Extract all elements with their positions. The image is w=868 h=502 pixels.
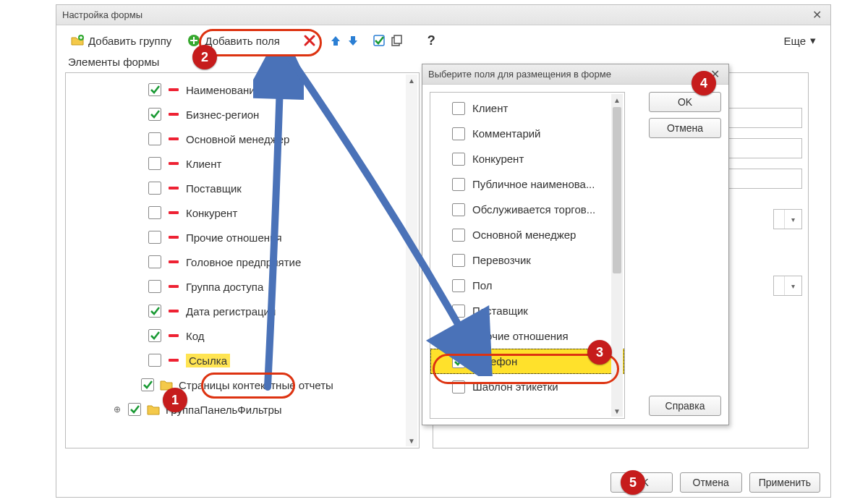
tree-item-label: Конкурент [186, 207, 237, 219]
annotation-badge: 4 [692, 71, 716, 95]
expand-icon[interactable]: ⊕ [112, 404, 122, 414]
preview-dropdown[interactable]: ▾ [773, 209, 802, 229]
tree-item-label: Группа доступа [186, 281, 263, 293]
checkbox[interactable] [148, 83, 161, 96]
popup-ok-button[interactable]: OK [649, 92, 721, 112]
chevron-down-icon: ▾ [784, 276, 801, 295]
annotation-badge: 2 [192, 45, 217, 69]
scroll-down-icon[interactable]: ▼ [406, 435, 417, 446]
check-all-icon[interactable] [373, 34, 386, 47]
tree-item-label: Ссылка [186, 354, 230, 367]
remove-icon[interactable] [169, 260, 179, 263]
scroll-down-icon[interactable]: ▼ [611, 405, 623, 417]
checkbox[interactable] [148, 132, 161, 145]
checkbox[interactable] [148, 231, 161, 244]
move-up-icon[interactable] [329, 34, 342, 47]
checkbox[interactable] [148, 108, 161, 121]
dialog-title: Настройка формы [62, 9, 142, 20]
annotation-badge: 3 [587, 340, 612, 365]
annotation-oval [199, 29, 322, 56]
remove-icon[interactable] [169, 162, 179, 165]
remove-icon[interactable] [169, 113, 179, 116]
tree-item-label: Код [186, 330, 205, 342]
remove-icon[interactable] [169, 359, 179, 362]
chevron-down-icon: ▾ [784, 210, 801, 229]
checkbox[interactable] [148, 280, 161, 293]
chevron-down-icon: ▾ [810, 34, 816, 47]
svg-rect-4 [394, 35, 401, 43]
popup-cancel-button[interactable]: Отмена [649, 118, 721, 138]
remove-icon[interactable] [169, 236, 179, 239]
annotation-arrow [286, 51, 503, 376]
apply-button[interactable]: Применить [749, 472, 820, 493]
remove-icon[interactable] [169, 137, 179, 140]
annotation-badge: 1 [163, 388, 187, 412]
checkbox[interactable] [148, 157, 161, 170]
tree-item-label: Бизнес-регион [186, 109, 259, 121]
checkbox[interactable] [148, 329, 161, 342]
close-icon[interactable]: ✕ [809, 8, 825, 22]
remove-icon[interactable] [169, 88, 179, 91]
more-menu-button[interactable]: Еще ▾ [778, 31, 822, 50]
more-label: Еще [783, 35, 806, 47]
remove-icon[interactable] [169, 187, 179, 190]
tree-folder-row[interactable]: ⊕ГруппаПанельФильтры [69, 397, 416, 422]
folder-icon [147, 404, 160, 415]
add-group-label: Добавить группу [88, 35, 171, 47]
checkbox[interactable] [148, 182, 161, 195]
checkbox[interactable] [148, 206, 161, 219]
help-button[interactable]: ? [422, 30, 441, 51]
checkbox[interactable] [141, 378, 154, 391]
checkbox[interactable] [148, 305, 161, 318]
annotation-oval [201, 373, 295, 399]
remove-icon[interactable] [169, 285, 179, 288]
tree-item-label: Клиент [186, 158, 221, 170]
dialog-footer: OK Отмена Применить [56, 468, 830, 497]
remove-icon[interactable] [169, 334, 179, 337]
remove-icon[interactable] [169, 211, 179, 214]
preview-dropdown[interactable]: ▾ [773, 276, 802, 296]
dialog-titlebar: Настройка формы ✕ [56, 5, 830, 25]
cancel-button[interactable]: Отмена [680, 472, 742, 493]
scroll-thumb[interactable] [613, 107, 621, 273]
checkbox[interactable] [148, 255, 161, 268]
add-group-button[interactable]: Добавить группу [65, 31, 177, 50]
folder-add-icon [71, 34, 84, 47]
move-down-icon[interactable] [346, 34, 359, 47]
checkbox[interactable] [148, 354, 161, 367]
copy-icon[interactable] [390, 34, 403, 47]
annotation-badge: 5 [621, 470, 645, 495]
popup-help-button[interactable]: Справка [649, 396, 721, 416]
remove-icon[interactable] [169, 310, 179, 312]
checkbox[interactable] [128, 403, 141, 416]
tree-item-label: Поставщик [186, 182, 242, 195]
tree-item-label: Наименование [186, 84, 261, 96]
scroll-up-icon[interactable]: ▲ [611, 94, 623, 106]
